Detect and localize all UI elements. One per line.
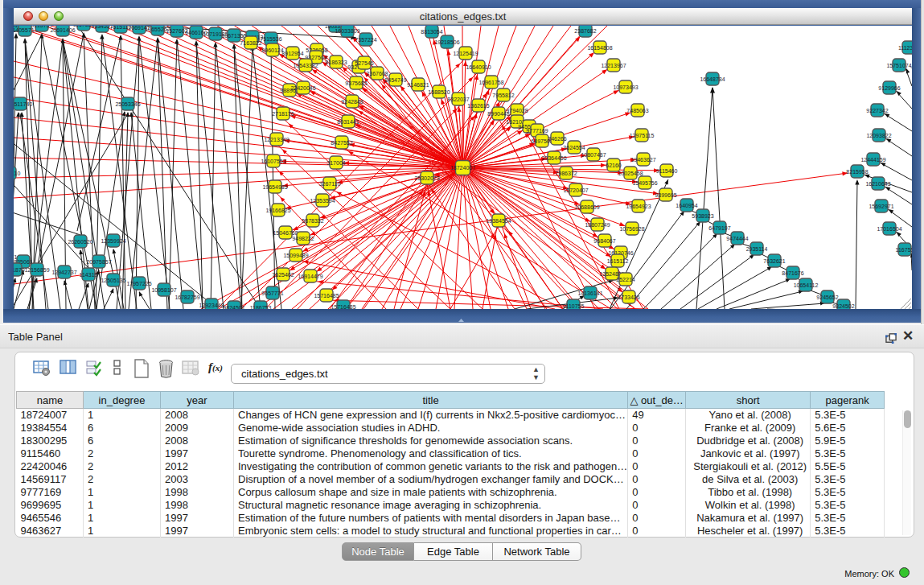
svg-text:16961758: 16961758	[478, 80, 503, 85]
svg-text:19384554: 19384554	[486, 218, 511, 224]
svg-text:9794028: 9794028	[506, 108, 528, 113]
svg-text:9777169: 9777169	[526, 128, 548, 134]
svg-text:116753: 116753	[896, 247, 912, 253]
svg-text:9146821: 9146821	[407, 82, 429, 88]
svg-text:25053346: 25053346	[115, 101, 140, 107]
svg-text:8322037: 8322037	[447, 97, 469, 102]
svg-text:1186753: 1186753	[250, 305, 272, 310]
svg-text:7955812: 7955812	[492, 93, 514, 98]
svg-text:12213967: 12213967	[601, 63, 626, 68]
svg-text:7986372: 7986372	[555, 171, 577, 176]
svg-text:8813054: 8813054	[421, 29, 442, 35]
svg-text:7632621: 7632621	[763, 258, 785, 264]
svg-text:9684067: 9684067	[593, 238, 615, 244]
svg-text:12942737: 12942737	[51, 270, 76, 275]
svg-text:16640910: 16640910	[466, 64, 491, 70]
svg-text:3624554: 3624554	[563, 145, 585, 150]
svg-text:7485063: 7485063	[626, 108, 648, 113]
svg-text:9115460: 9115460	[656, 168, 678, 174]
svg-text:114319: 114319	[80, 272, 98, 278]
svg-text:10025458: 10025458	[618, 171, 643, 176]
svg-text:16033809: 16033809	[335, 28, 359, 34]
svg-text:9824502: 9824502	[832, 303, 854, 309]
svg-text:16782759: 16782759	[175, 295, 199, 300]
svg-text:15720407: 15720407	[563, 187, 588, 193]
svg-text:10688609: 10688609	[574, 204, 599, 210]
svg-text:9375685: 9375685	[345, 80, 367, 86]
svg-text:19654985: 19654985	[262, 184, 287, 190]
svg-text:15716485: 15716485	[314, 293, 339, 299]
svg-text:8454749: 8454749	[384, 77, 406, 83]
svg-text:16107553: 16107553	[261, 159, 285, 164]
svg-text:15751074: 15751074	[886, 63, 911, 68]
svg-text:5878332: 5878332	[302, 218, 323, 224]
svg-text:9110755: 9110755	[563, 303, 585, 309]
svg-text:14055714: 14055714	[14, 27, 38, 33]
svg-text:19218506: 19218506	[434, 39, 459, 45]
svg-text:9899695: 9899695	[655, 192, 676, 198]
svg-text:12923448: 12923448	[199, 303, 224, 308]
svg-text:8186323: 8186323	[325, 60, 347, 65]
svg-text:3267110: 3267110	[319, 181, 341, 187]
svg-text:9474444: 9474444	[726, 236, 748, 241]
svg-text:12213349: 12213349	[264, 137, 289, 142]
svg-text:12156859: 12156859	[24, 267, 49, 273]
svg-text:10654112: 10654112	[794, 282, 819, 288]
svg-text:5938923: 5938923	[692, 213, 713, 219]
svg-text:22420046: 22420046	[290, 85, 315, 91]
svg-text:2935114: 2935114	[746, 246, 768, 252]
svg-text:20975857: 20975857	[86, 259, 111, 265]
svg-text:9227342: 9227342	[866, 108, 888, 113]
svg-text:62160: 62160	[606, 163, 622, 168]
svg-text:9129966: 9129966	[878, 85, 900, 91]
svg-text:20364456: 20364456	[541, 155, 566, 161]
svg-text:15046768: 15046768	[273, 230, 298, 236]
svg-text:9657771: 9657771	[261, 290, 283, 296]
svg-text:10807487: 10807487	[581, 152, 606, 158]
svg-text:1112325: 1112325	[898, 45, 912, 51]
svg-text:8912954: 8912954	[281, 51, 303, 56]
svg-text:7357224: 7357224	[355, 37, 376, 43]
svg-text:16511740: 16511740	[14, 101, 32, 107]
svg-text:9824501: 9824501	[223, 305, 244, 310]
svg-text:1733426: 1733426	[618, 295, 639, 300]
svg-text:1362615: 1362615	[467, 103, 489, 109]
svg-text:19654923: 19654923	[626, 204, 651, 209]
svg-text:10958107: 10958107	[151, 287, 176, 293]
svg-text:26260520: 26260520	[68, 239, 92, 245]
svg-text:8471676: 8471676	[782, 270, 803, 276]
svg-text:8960124: 8960124	[261, 47, 283, 53]
svg-text:12505135: 12505135	[101, 278, 125, 283]
svg-text:991870: 991870	[14, 267, 25, 273]
svg-text:9242848: 9242848	[341, 99, 363, 105]
svg-text:12125419: 12125419	[453, 51, 478, 56]
svg-text:7625402: 7625402	[272, 272, 294, 278]
svg-text:12353594: 12353594	[310, 198, 335, 204]
svg-text:17016504: 17016504	[877, 226, 901, 232]
svg-text:2718176: 2718176	[272, 111, 294, 117]
svg-text:1875110: 1875110	[14, 171, 20, 176]
svg-text:9498222: 9498222	[292, 236, 314, 241]
svg-text:9245652: 9245652	[816, 295, 838, 300]
svg-text:10973493: 10973493	[613, 84, 638, 90]
svg-text:15692971: 15692971	[869, 204, 893, 209]
svg-text:12359924: 12359924	[101, 238, 125, 244]
svg-text:252214: 252214	[616, 277, 634, 282]
svg-text:16210643: 16210643	[865, 181, 890, 187]
svg-text:16648784: 16648784	[700, 76, 725, 82]
svg-text:18724007: 18724007	[450, 165, 475, 171]
svg-text:7515536: 7515536	[260, 36, 281, 42]
svg-text:19166825: 19166825	[265, 208, 290, 213]
svg-text:25302073: 25302073	[414, 175, 439, 181]
svg-text:16154808: 16154808	[587, 45, 612, 51]
svg-text:8031441: 8031441	[337, 119, 359, 125]
svg-text:17957225: 17957225	[126, 281, 151, 286]
svg-text:1615112: 1615112	[607, 258, 629, 264]
svg-text:1640954: 1640954	[676, 203, 697, 208]
svg-text:12975115: 12975115	[630, 133, 655, 138]
svg-text:12444159: 12444159	[860, 157, 885, 163]
svg-text:2387682: 2387682	[574, 28, 596, 34]
svg-text:20691406: 20691406	[50, 27, 75, 33]
svg-text:317004: 317004	[326, 160, 345, 166]
svg-text:527546: 527546	[355, 60, 373, 66]
